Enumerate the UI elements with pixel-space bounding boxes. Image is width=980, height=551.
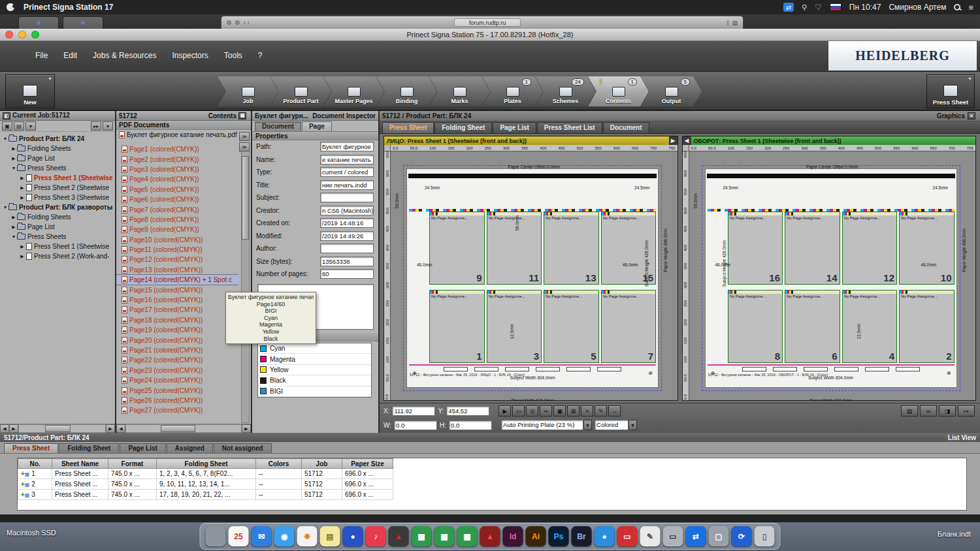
page-list-item[interactable]: Page22 (colored(CMYK))	[116, 355, 239, 365]
page-slot[interactable]: No Page Assignme... 10	[899, 212, 955, 285]
assign-page-icon[interactable]: ≫	[239, 132, 250, 141]
page-slot[interactable]: No Page Assignme... 12	[842, 212, 898, 285]
graphics-tab[interactable]: Page List	[493, 122, 536, 133]
messenger-icon[interactable]: ●	[595, 526, 615, 546]
menu-bar-clock[interactable]: Пн 10:47	[849, 3, 881, 12]
close-tool-icon[interactable]: ×	[581, 405, 593, 417]
disclosure-icon[interactable]: ▶	[19, 195, 25, 200]
page-list-item[interactable]: Page24 (colored(CMYK))	[116, 375, 239, 385]
page-list-item[interactable]: Page17 (colored(CMYK))	[116, 305, 239, 315]
notes-icon[interactable]: ▤	[320, 526, 340, 546]
field-value[interactable]: cument / colored	[320, 167, 374, 177]
column-header[interactable]: Folding Sheet	[157, 459, 256, 469]
color-row[interactable]: Yellow	[258, 365, 371, 375]
office-green-3-icon[interactable]: ▦	[457, 526, 478, 546]
page-list-item[interactable]: Page11 (colored(CMYK))	[116, 245, 239, 255]
x-input[interactable]: 111.92	[392, 406, 435, 416]
play-tool-icon[interactable]: ▶	[498, 405, 511, 417]
page-slot[interactable]: No Page Assignme... 5	[544, 290, 599, 363]
workflow-step[interactable]: Marks	[429, 76, 490, 106]
page-list-item[interactable]: Page5 (colored(CMYK))	[116, 185, 239, 195]
pdf-document-row[interactable]: Буклет фигурное катание печать.pdf	[116, 130, 251, 140]
column-header[interactable]: Paper Size	[342, 459, 393, 469]
workflow-step[interactable]: Binding	[376, 76, 437, 106]
heart-icon[interactable]: ♡	[815, 3, 822, 12]
zoom-tool-icon[interactable]: ◎	[526, 405, 538, 417]
cut-tool-icon[interactable]: ✂	[540, 405, 552, 417]
menu-item[interactable]: Jobs & Resources	[85, 50, 164, 61]
workflow-step[interactable]: 1 ! Contents	[588, 76, 649, 106]
page-list-item[interactable]: Page15 (colored(CMYK))	[116, 285, 239, 294]
tree-item[interactable]: ▶ Folding Sheets	[0, 212, 115, 222]
office-green-2-icon[interactable]: ▦	[434, 526, 455, 546]
back-paper[interactable]: No Page Assignme... 16 No Page Assignme.…	[705, 168, 957, 388]
disclosure-icon[interactable]: ▶	[19, 244, 25, 249]
desktop-file-label[interactable]: Бланк.indt	[938, 530, 971, 538]
chevron-down-icon[interactable]: ▼	[583, 420, 592, 430]
column-header[interactable]: Sheet Name	[52, 459, 108, 469]
color-row[interactable]: Cyan	[258, 343, 371, 354]
tree-item[interactable]: ▶ Page List	[0, 153, 115, 163]
page-list-item[interactable]: Page1 (colored(CMYK))	[116, 144, 239, 154]
inspector-tab[interactable]: Page	[302, 121, 332, 131]
photos-icon[interactable]: ❋	[297, 526, 318, 546]
sync-app-icon[interactable]: ⟳	[732, 526, 752, 546]
background-window[interactable]: ✳	[18, 16, 59, 29]
scroll-right-icon[interactable]: ▶	[242, 424, 251, 433]
list-panel-tab[interactable]: Press Sheet	[4, 443, 58, 453]
fit-view-icon[interactable]: ↦	[958, 405, 975, 417]
page-slot[interactable]: No Page Assignme... 4	[842, 290, 898, 363]
menu-bar-user[interactable]: Смирнов Артем	[889, 3, 946, 12]
photoshop-icon[interactable]: Ps	[549, 526, 569, 546]
field-value[interactable]: ние печать.indd	[320, 180, 374, 190]
tree-item[interactable]: ▼ Product Part: БЛК развороты	[0, 202, 115, 212]
menu-item[interactable]: Inspectors	[164, 50, 216, 61]
table-row[interactable]: +▦ 3 Press Sheet ... 745.0 x ... 17, 18,…	[18, 490, 393, 500]
disclosure-icon[interactable]: ▶	[10, 215, 17, 220]
inspector-tab[interactable]: Document	[255, 121, 301, 131]
scroll-right-icon[interactable]: ▶	[106, 424, 115, 433]
apple-menu-icon[interactable]	[7, 3, 14, 11]
remote-red-icon[interactable]: ▭	[617, 526, 638, 546]
page-list-item[interactable]: Page18 (colored(CMYK))	[116, 315, 239, 325]
workflow-step[interactable]: 5 Output	[641, 76, 702, 106]
page-slot[interactable]: No Page Assignme... 7	[601, 290, 657, 363]
h-input[interactable]: 0.0	[449, 420, 492, 430]
calendar-icon[interactable]: 25	[229, 526, 249, 546]
save-icon[interactable]: ▣	[2, 121, 12, 131]
illustrator-icon[interactable]: Ai	[526, 526, 546, 546]
keyboard-icon[interactable]: ▤	[901, 405, 918, 417]
disclosure-icon[interactable]: ▶	[10, 225, 17, 230]
bridge-icon[interactable]: Br	[572, 526, 592, 546]
list-panel-tab[interactable]: Assigned	[167, 443, 213, 453]
music-icon[interactable]: ♪	[366, 526, 386, 546]
page-slot[interactable]: No Page Assignme... 11	[487, 212, 542, 285]
workflow-step[interactable]: Job	[218, 76, 278, 106]
split-view-icon[interactable]: ◨	[939, 405, 956, 417]
mail-icon[interactable]: ✉	[252, 526, 272, 546]
safari-icon[interactable]: ◉	[274, 526, 295, 546]
chevron-down-icon[interactable]: ▼	[629, 420, 637, 430]
field-value[interactable]: /2019 14:49:26	[320, 231, 374, 241]
column-header[interactable]: Format	[108, 459, 157, 469]
tree-item[interactable]: ▶ Press Sheet 1 (Sheetwise	[0, 242, 115, 251]
new-button[interactable]: ▼ New	[5, 74, 55, 108]
page-list-item[interactable]: Page13 (colored(CMYK))	[116, 265, 239, 275]
field-value[interactable]: Буклет фигурное	[320, 142, 374, 151]
list-panel-tab[interactable]: Folding Sheet	[59, 443, 119, 453]
collapse-panel-icon[interactable]: ◧	[3, 112, 10, 119]
graphics-tab[interactable]: Press Sheet List	[537, 122, 602, 133]
tree-item[interactable]: ▼ Product Part: БЛК 24	[0, 134, 115, 144]
color-mode-select[interactable]: Colored ▼	[595, 420, 637, 430]
tree-item[interactable]: ▶ Press Sheet 1 (Sheetwise	[0, 173, 115, 183]
expand-icon[interactable]: ▾	[103, 121, 113, 131]
trash-icon[interactable]: ▯	[755, 526, 775, 546]
page-list-item[interactable]: Page27 (colored(CMYK))	[116, 405, 239, 415]
page-list-item[interactable]: Page4 (colored(CMYK))	[116, 174, 239, 184]
dropdown-icon[interactable]: ▾	[25, 121, 36, 131]
field-value[interactable]: 60	[320, 269, 374, 279]
keyboard-layout-flag-icon[interactable]	[830, 3, 841, 11]
disclosure-icon[interactable]: ▼	[10, 166, 17, 170]
tree-item[interactable]: ▶ Folding Sheets	[0, 144, 115, 153]
disclosure-icon[interactable]: ▶	[19, 185, 25, 191]
